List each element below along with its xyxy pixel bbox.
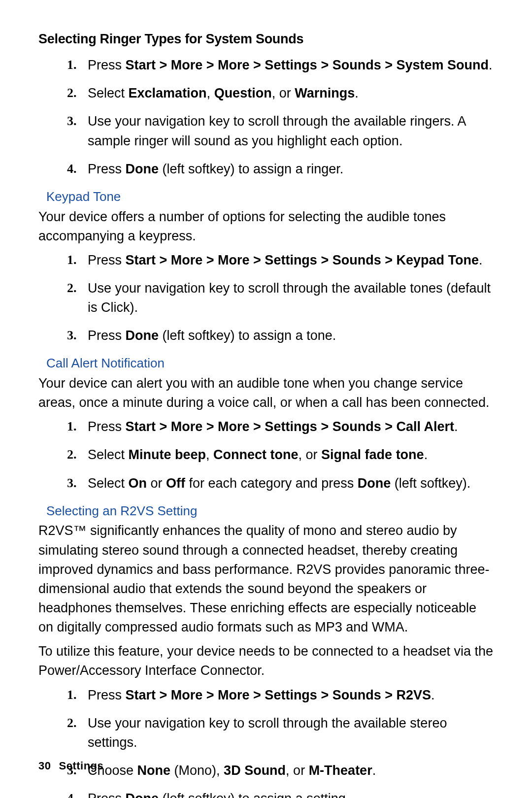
list-item: 2.Select Minute beep, Connect tone, or S…: [88, 445, 494, 465]
footer-section-label: Settings: [59, 760, 103, 772]
step-text: Use your navigation key to scroll throug…: [88, 114, 466, 148]
list-item: 3.Select On or Off for each category and…: [88, 474, 494, 493]
heading-ringer-types: Selecting Ringer Types for System Sounds: [38, 30, 494, 49]
list-item: 1.Press Start > More > More > Settings >…: [88, 56, 494, 75]
heading-call-alert: Call Alert Notification: [46, 354, 494, 373]
heading-r2vs: Selecting an R2VS Setting: [46, 502, 494, 521]
step-text: Choose None (Mono), 3D Sound, or M-Theat…: [88, 763, 376, 778]
step-text: Press Start > More > More > Settings > S…: [88, 253, 482, 267]
step-text: Press Done (left softkey) to assign a se…: [88, 791, 349, 798]
list-item: 3.Press Done (left softkey) to assign a …: [88, 326, 494, 345]
step-text: Select Exclamation, Question, or Warning…: [88, 86, 359, 100]
step-text: Press Start > More > More > Settings > S…: [88, 58, 492, 72]
page-footer: 30Settings: [38, 760, 103, 772]
list-item: 1.Press Start > More > More > Settings >…: [88, 417, 494, 436]
list-item: 3.Use your navigation key to scroll thro…: [88, 112, 494, 150]
step-text: Use your navigation key to scroll throug…: [88, 281, 491, 315]
step-text: Select On or Off for each category and p…: [88, 476, 470, 491]
list-item: 2.Use your navigation key to scroll thro…: [88, 714, 494, 752]
steps-section3: 1.Press Start > More > More > Settings >…: [38, 417, 494, 493]
intro-keypad-tone: Your device offers a number of options f…: [38, 207, 494, 246]
page: Selecting Ringer Types for System Sounds…: [0, 0, 532, 798]
list-item: 3.Choose None (Mono), 3D Sound, or M-The…: [88, 761, 494, 780]
step-text: Press Done (left softkey) to assign a ri…: [88, 162, 343, 176]
step-text: Select Minute beep, Connect tone, or Sig…: [88, 447, 428, 462]
list-item: 1.Press Start > More > More > Settings >…: [88, 686, 494, 705]
list-item: 1.Press Start > More > More > Settings >…: [88, 251, 494, 270]
steps-section2: 1.Press Start > More > More > Settings >…: [38, 251, 494, 346]
heading-keypad-tone: Keypad Tone: [46, 188, 494, 206]
step-text: Press Start > More > More > Settings > S…: [88, 688, 434, 702]
intro-call-alert: Your device can alert you with an audibl…: [38, 374, 494, 412]
step-text: Press Start > More > More > Settings > S…: [88, 419, 458, 434]
page-number: 30: [38, 760, 51, 772]
list-item: 4.Press Done (left softkey) to assign a …: [88, 789, 494, 798]
steps-section1: 1.Press Start > More > More > Settings >…: [38, 56, 494, 179]
list-item: 2.Select Exclamation, Question, or Warni…: [88, 84, 494, 103]
content: Selecting Ringer Types for System Sounds…: [38, 30, 494, 798]
steps-section4: 1.Press Start > More > More > Settings >…: [38, 686, 494, 798]
step-text: Press Done (left softkey) to assign a to…: [88, 328, 336, 343]
list-item: 2.Use your navigation key to scroll thro…: [88, 279, 494, 317]
step-text: Use your navigation key to scroll throug…: [88, 716, 447, 750]
list-item: 4.Press Done (left softkey) to assign a …: [88, 160, 494, 179]
intro-r2vs-2: To utilize this feature, your device nee…: [38, 642, 494, 680]
intro-r2vs-1: R2VS™ significantly enhances the quality…: [38, 521, 494, 637]
